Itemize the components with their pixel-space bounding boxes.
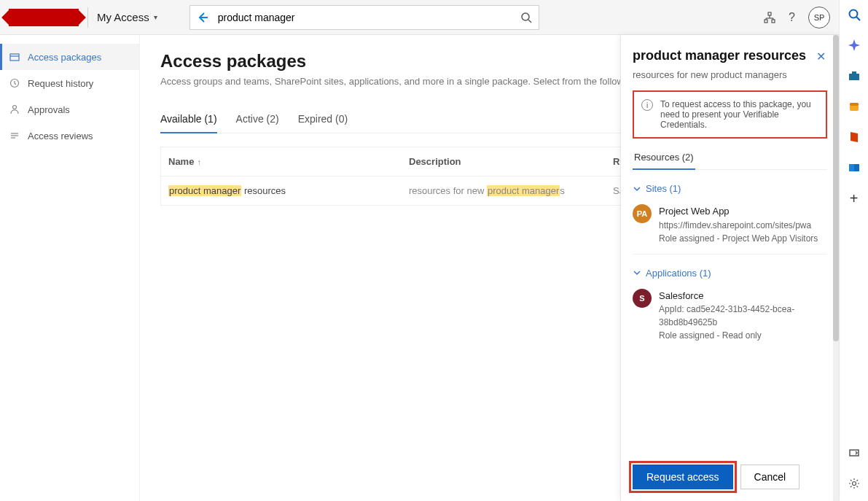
search-icon[interactable]	[514, 6, 539, 29]
nav-label: Access reviews	[28, 131, 93, 141]
resource-name: Salesforce	[659, 289, 827, 303]
close-icon[interactable]: ✕	[815, 48, 827, 65]
shopping-icon[interactable]	[845, 98, 863, 115]
user-avatar[interactable]: SP	[808, 7, 830, 28]
add-icon[interactable]: +	[845, 190, 863, 207]
app-switcher[interactable]: My Access ▾	[97, 11, 157, 23]
side-rail: +	[839, 0, 868, 501]
svg-rect-4	[765, 20, 767, 23]
verifiable-credentials-notice: i To request access to this package, you…	[633, 90, 827, 139]
svg-rect-10	[10, 54, 19, 61]
search-box[interactable]	[189, 5, 539, 30]
outlook-icon[interactable]	[845, 159, 863, 176]
svg-line-18	[856, 17, 860, 20]
nav-request-history[interactable]: Request history	[0, 70, 139, 96]
chevron-down-icon	[633, 185, 641, 193]
svg-rect-20	[849, 74, 859, 80]
resource-name: Project Web App	[659, 204, 818, 219]
chevron-down-icon: ▾	[154, 13, 157, 21]
back-icon[interactable]	[190, 6, 215, 29]
search-highlight: product manager	[487, 185, 560, 196]
content: Access packages Access groups and teams,…	[140, 35, 839, 501]
resource-url: https://fimdev.sharepoint.com/sites/pwa	[659, 219, 818, 232]
panel-scrollbar[interactable]	[833, 35, 839, 501]
settings-icon[interactable]	[845, 475, 863, 492]
info-icon: i	[641, 99, 653, 111]
app-avatar: S	[633, 289, 652, 308]
group-applications: Applications (1) S Salesforce AppId: cad…	[633, 263, 827, 352]
nav-approvals[interactable]: Approvals	[0, 96, 139, 123]
sparkle-icon[interactable]	[845, 36, 863, 54]
resource-site-item[interactable]: PA Project Web App https://fimdev.sharep…	[633, 198, 827, 255]
search-input[interactable]	[215, 6, 514, 29]
panel-title: product manager resources	[633, 48, 806, 63]
tab-active[interactable]: Active (2)	[236, 107, 279, 133]
cancel-button[interactable]: Cancel	[740, 465, 800, 489]
package-icon	[9, 51, 20, 63]
notice-text: To request access to this package, you n…	[660, 99, 818, 130]
org-icon[interactable]	[764, 12, 775, 23]
nav-access-packages[interactable]: Access packages	[0, 44, 139, 70]
svg-rect-21	[852, 71, 856, 74]
group-sites: Sites (1) PA Project Web App https://fim…	[633, 179, 827, 255]
nav-access-reviews[interactable]: Access reviews	[0, 123, 139, 149]
approvals-icon	[9, 104, 20, 115]
divider	[87, 7, 88, 28]
group-sites-label: Sites (1)	[646, 183, 681, 194]
tab-expired[interactable]: Expired (0)	[298, 107, 348, 133]
cell-desc-pre: resources for new	[409, 185, 487, 196]
svg-marker-19	[848, 39, 860, 51]
briefcase-icon[interactable]	[845, 67, 863, 85]
svg-rect-5	[772, 20, 775, 23]
panel-tabs: Resources (2)	[633, 146, 827, 170]
chevron-down-icon	[633, 268, 641, 277]
svg-rect-23	[850, 103, 859, 106]
svg-rect-3	[768, 12, 771, 15]
cell-name-rest: resources	[241, 185, 286, 196]
resource-app-item[interactable]: S Salesforce AppId: cad5e242-31b3-4452-b…	[633, 283, 827, 352]
reviews-icon	[9, 130, 20, 141]
expand-icon[interactable]	[845, 444, 863, 462]
resource-role: Role assigned - Read only	[659, 329, 827, 342]
svg-point-1	[522, 13, 529, 20]
panel-tab-resources[interactable]: Resources (2)	[633, 146, 695, 170]
nav-label: Approvals	[28, 104, 70, 115]
nav-label: Request history	[28, 78, 93, 89]
group-apps-toggle[interactable]: Applications (1)	[633, 263, 827, 283]
resource-appid: AppId: cad5e242-31b3-4452-bcea-38bd8b496…	[659, 303, 827, 329]
app-bar: My Access ▾ ? SP	[0, 0, 839, 35]
svg-line-2	[528, 20, 531, 23]
cell-name: product manager resources	[168, 185, 409, 196]
svg-point-27	[852, 482, 856, 486]
cell-description: resources for new product managers	[409, 185, 613, 196]
org-logo	[9, 9, 79, 26]
request-access-button[interactable]: Request access	[633, 465, 733, 489]
group-sites-toggle[interactable]: Sites (1)	[633, 179, 827, 198]
sort-asc-icon: ↑	[197, 158, 201, 166]
site-avatar: PA	[633, 204, 652, 223]
panel-subtitle: resources for new product managers	[633, 69, 827, 80]
nav-label: Access packages	[28, 52, 101, 63]
search-icon[interactable]	[845, 6, 863, 23]
app-name-label: My Access	[97, 11, 149, 23]
tab-available[interactable]: Available (1)	[160, 107, 217, 133]
history-icon	[9, 77, 20, 89]
details-panel: product manager resources ✕ resources fo…	[620, 35, 839, 501]
svg-point-13	[13, 106, 17, 109]
group-apps-label: Applications (1)	[646, 268, 711, 279]
col-name-header[interactable]: Name↑	[168, 156, 409, 167]
search-highlight: product manager	[168, 185, 241, 196]
panel-footer: Request access Cancel	[621, 456, 839, 501]
office-icon[interactable]	[845, 128, 863, 146]
svg-rect-25	[849, 164, 854, 171]
col-name-label: Name	[168, 156, 194, 167]
left-nav: Access packages Request history Approval…	[0, 35, 140, 501]
cell-desc-post: s	[560, 185, 565, 196]
help-icon[interactable]: ?	[789, 11, 795, 24]
resource-role: Role assigned - Project Web App Visitors	[659, 232, 818, 245]
col-description-header[interactable]: Description	[409, 156, 613, 167]
svg-point-17	[849, 10, 857, 18]
